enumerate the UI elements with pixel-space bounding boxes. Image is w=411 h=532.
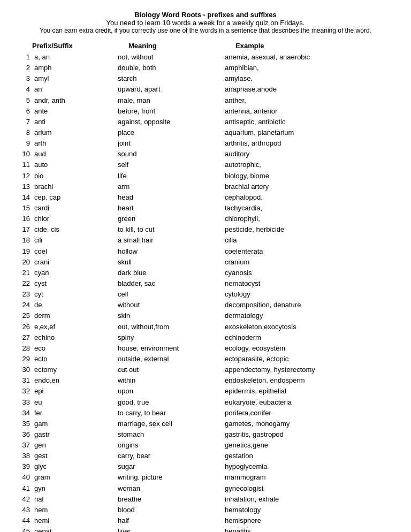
example-cell: arthritis, arthropod bbox=[225, 138, 390, 149]
prefix-suffix-cell: brachi bbox=[32, 181, 118, 192]
row-number: 33 bbox=[21, 397, 32, 408]
prefix-suffix-cell: andr, anth bbox=[32, 95, 118, 106]
example-cell: appendectomy, hysterectomy bbox=[225, 364, 390, 375]
table-header: Prefix/Suffix Meaning Example bbox=[21, 42, 390, 50]
row-number: 34 bbox=[21, 408, 32, 419]
example-cell: hepatitis bbox=[225, 526, 390, 532]
table-row: 29ectooutside, externalectoparasite, ect… bbox=[21, 354, 390, 364]
table-row: 5andr, anthmale, mananther, bbox=[21, 95, 390, 106]
row-number: 7 bbox=[21, 117, 32, 127]
example-cell: antenna, anterior bbox=[225, 106, 390, 117]
row-number: 4 bbox=[21, 84, 32, 95]
prefix-suffix-cell: ante bbox=[32, 106, 118, 117]
col-prefix-header: Prefix/Suffix bbox=[32, 42, 128, 50]
meaning-cell: upon bbox=[118, 386, 225, 397]
prefix-suffix-cell: amyl bbox=[32, 73, 118, 84]
example-cell: aquarium, planetarium bbox=[225, 127, 390, 138]
table-row: 9arthjointarthritis, arthropod bbox=[21, 138, 390, 149]
meaning-cell: out, without,from bbox=[118, 322, 225, 332]
table-row: 13brachiarmbrachial artery bbox=[21, 181, 390, 192]
table-row: 40gramwriting, picturemammogram bbox=[21, 472, 390, 483]
table-row: 38gestcarry, beargestation bbox=[21, 451, 390, 461]
extra-credit-note: You can earn extra credit, if you correc… bbox=[21, 27, 390, 34]
meaning-cell: male, man bbox=[118, 95, 225, 106]
meaning-cell: self bbox=[118, 159, 225, 170]
meaning-cell: house, environment bbox=[118, 343, 225, 354]
example-cell: amphibian, bbox=[225, 63, 390, 73]
prefix-suffix-cell: cep, cap bbox=[32, 192, 118, 203]
example-cell: pesticide, herbicide bbox=[225, 224, 390, 235]
example-cell: antiseptic, antibiotic bbox=[225, 117, 390, 127]
prefix-suffix-cell: gam bbox=[32, 419, 118, 429]
row-number: 5 bbox=[21, 95, 32, 106]
meaning-cell: origins bbox=[118, 440, 225, 451]
meaning-cell: cell bbox=[118, 289, 225, 300]
example-cell: gynecologist bbox=[225, 483, 390, 494]
example-cell: auditory bbox=[225, 149, 390, 159]
table-row: 20craniskullcranium bbox=[21, 257, 390, 268]
example-cell: hemisphere bbox=[225, 515, 390, 526]
row-number: 3 bbox=[21, 73, 32, 84]
example-cell: mammogram bbox=[225, 472, 390, 483]
example-cell: brachial artery bbox=[225, 181, 390, 192]
example-cell: coelenterata bbox=[225, 246, 390, 257]
prefix-suffix-cell: hal bbox=[32, 494, 118, 505]
prefix-suffix-cell: arth bbox=[32, 138, 118, 149]
table-row: 25dermskindermatology bbox=[21, 310, 390, 321]
meaning-cell: woman bbox=[118, 483, 225, 494]
table-row: 41gynwomangynecologist bbox=[21, 483, 390, 494]
page-subtitle: You need to learn 10 words a week for a … bbox=[21, 19, 390, 27]
prefix-suffix-cell: ectomy bbox=[32, 364, 118, 375]
prefix-suffix-cell: hemi bbox=[32, 515, 118, 526]
row-number: 30 bbox=[21, 364, 32, 375]
prefix-suffix-cell: cyt bbox=[32, 289, 118, 300]
row-number: 8 bbox=[21, 127, 32, 138]
word-roots-table: 1a, annot, withoutanemia, asexual, anaer… bbox=[21, 52, 390, 532]
row-number: 31 bbox=[21, 375, 32, 386]
table-row: 35gammarriage, sex cellgametes, monogamy bbox=[21, 419, 390, 429]
prefix-suffix-cell: glyc bbox=[32, 461, 118, 472]
table-row: 2amphdouble, bothamphibian, bbox=[21, 63, 390, 73]
example-cell: hematology bbox=[225, 505, 390, 515]
prefix-suffix-cell: arium bbox=[32, 127, 118, 138]
table-row: 27echinospinyechinoderm bbox=[21, 332, 390, 343]
meaning-cell: starch bbox=[118, 73, 225, 84]
row-number: 24 bbox=[21, 300, 32, 310]
prefix-suffix-cell: cyst bbox=[32, 278, 118, 289]
example-cell: gestation bbox=[225, 451, 390, 461]
prefix-suffix-cell: an bbox=[32, 84, 118, 95]
row-number: 20 bbox=[21, 257, 32, 268]
meaning-cell: good, true bbox=[118, 397, 225, 408]
prefix-suffix-cell: cide, cis bbox=[32, 224, 118, 235]
row-number: 25 bbox=[21, 310, 32, 321]
prefix-suffix-cell: fer bbox=[32, 408, 118, 419]
meaning-cell: before, front bbox=[118, 106, 225, 117]
prefix-suffix-cell: chlor bbox=[32, 214, 118, 224]
row-number: 37 bbox=[21, 440, 32, 451]
table-row: 44hemihalfhemisphere bbox=[21, 515, 390, 526]
prefix-suffix-cell: coel bbox=[32, 246, 118, 257]
prefix-suffix-cell: gest bbox=[32, 451, 118, 461]
table-row: 36gastrstomachgastritis, gastropod bbox=[21, 429, 390, 440]
example-cell: endoskeleton, endosperm bbox=[225, 375, 390, 386]
row-number: 17 bbox=[21, 224, 32, 235]
row-number: 41 bbox=[21, 483, 32, 494]
example-cell: anther, bbox=[225, 95, 390, 106]
prefix-suffix-cell: endo,en bbox=[32, 375, 118, 386]
row-number: 43 bbox=[21, 505, 32, 515]
row-number: 19 bbox=[21, 246, 32, 257]
meaning-cell: to carry, to bear bbox=[118, 408, 225, 419]
meaning-cell: marriage, sex cell bbox=[118, 419, 225, 429]
example-cell: anemia, asexual, anaerobic bbox=[225, 52, 390, 63]
prefix-suffix-cell: cili bbox=[32, 235, 118, 246]
prefix-suffix-cell: amph bbox=[32, 63, 118, 73]
prefix-suffix-cell: cyan bbox=[32, 268, 118, 278]
row-number: 9 bbox=[21, 138, 32, 149]
prefix-suffix-cell: gram bbox=[32, 472, 118, 483]
meaning-cell: sound bbox=[118, 149, 225, 159]
example-cell: nematocyst bbox=[225, 278, 390, 289]
meaning-cell: skin bbox=[118, 310, 225, 321]
row-number: 29 bbox=[21, 354, 32, 364]
meaning-cell: double, both bbox=[118, 63, 225, 73]
prefix-suffix-cell: crani bbox=[32, 257, 118, 268]
